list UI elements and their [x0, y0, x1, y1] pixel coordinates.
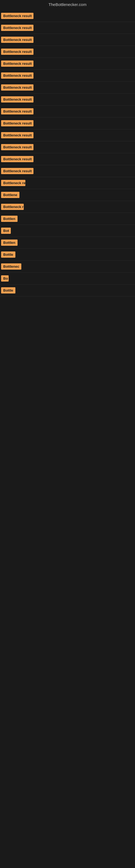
bottleneck-badge[interactable]: Bottle: [1, 251, 15, 258]
result-row: Bottleneck result: [0, 46, 135, 58]
bottleneck-badge[interactable]: Bottleneck result: [1, 108, 34, 115]
result-row: Bottlene: [0, 189, 135, 201]
result-row: Bottleneck re: [0, 177, 135, 189]
bottleneck-badge[interactable]: Bo: [1, 275, 9, 282]
bottleneck-badge[interactable]: Bottleneck result: [1, 61, 34, 67]
bottleneck-badge[interactable]: Bot: [1, 227, 11, 234]
bottleneck-badge[interactable]: Bottle: [1, 287, 15, 293]
result-row: Bottlenec: [0, 261, 135, 273]
result-row: Bottleneck result: [0, 10, 135, 22]
result-row: Bottle: [0, 284, 135, 297]
result-row: Bottleneck result: [0, 118, 135, 129]
bottleneck-badge[interactable]: Bottlen: [1, 240, 17, 246]
result-row: Bottlen: [0, 237, 135, 249]
bottleneck-badge[interactable]: Bottleneck result: [1, 120, 34, 126]
result-row: Bottleneck result: [0, 141, 135, 153]
bottleneck-badge[interactable]: Bottlenec: [1, 264, 21, 270]
bottleneck-badge[interactable]: Bottleneck result: [1, 132, 34, 138]
result-row: Bottlen: [0, 213, 135, 225]
bottleneck-badge[interactable]: Bottleneck result: [1, 96, 34, 102]
result-row: Bottleneck result: [0, 94, 135, 105]
result-row: Bottleneck r: [0, 201, 135, 213]
result-row: Bottleneck result: [0, 153, 135, 165]
result-row: Bottle: [0, 249, 135, 261]
result-row: Bo: [0, 273, 135, 284]
result-row: Bottleneck result: [0, 34, 135, 46]
bottleneck-badge[interactable]: Bottleneck result: [1, 168, 34, 174]
bottleneck-badge[interactable]: Bottleneck result: [1, 156, 34, 162]
result-row: Bottleneck result: [0, 105, 135, 118]
bottleneck-badge[interactable]: Bottleneck result: [1, 13, 34, 19]
bottleneck-badge[interactable]: Bottleneck re: [1, 180, 26, 186]
bottleneck-badge[interactable]: Bottlen: [1, 216, 17, 222]
bottleneck-badge[interactable]: Bottleneck r: [1, 204, 24, 210]
result-row: Bot: [0, 225, 135, 237]
bottleneck-badge[interactable]: Bottleneck result: [1, 25, 34, 31]
bottleneck-badge[interactable]: Bottlene: [1, 192, 19, 198]
bottleneck-badge[interactable]: Bottleneck result: [1, 49, 34, 55]
result-row: Bottleneck result: [0, 129, 135, 141]
bottleneck-badge[interactable]: Bottleneck result: [1, 37, 34, 43]
result-row: Bottleneck result: [0, 165, 135, 177]
result-row: Bottleneck result: [0, 22, 135, 34]
result-row: Bottleneck result: [0, 70, 135, 82]
bottleneck-badge[interactable]: Bottleneck result: [1, 144, 34, 150]
bottleneck-badge[interactable]: Bottleneck result: [1, 84, 34, 91]
site-header: TheBottlenecker.com: [0, 0, 135, 10]
page-wrapper: TheBottlenecker.com Bottleneck resultBot…: [0, 0, 135, 297]
site-title: TheBottlenecker.com: [49, 2, 87, 7]
results-list: Bottleneck resultBottleneck resultBottle…: [0, 10, 135, 297]
result-row: Bottleneck result: [0, 82, 135, 94]
bottleneck-badge[interactable]: Bottleneck result: [1, 72, 34, 79]
result-row: Bottleneck result: [0, 58, 135, 70]
